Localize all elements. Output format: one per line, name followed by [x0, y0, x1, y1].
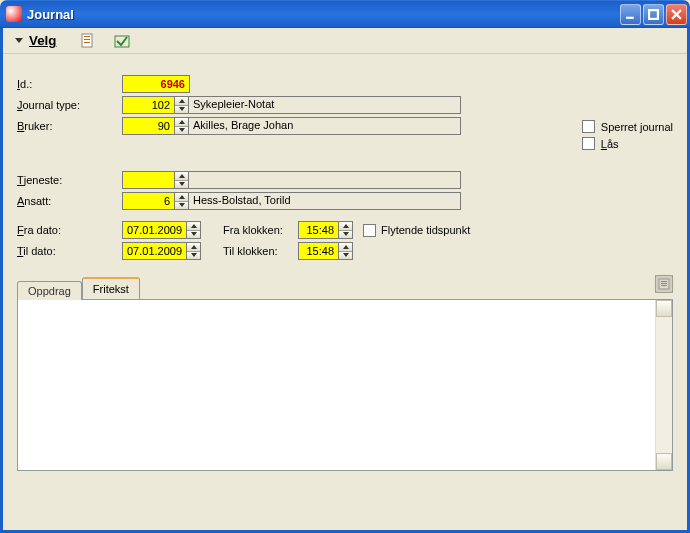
las-label: Lås	[601, 138, 619, 150]
id-field[interactable]	[122, 75, 190, 93]
journal-type-spinner[interactable]	[174, 96, 189, 114]
ansatt-spinner[interactable]	[174, 192, 189, 210]
tjeneste-text	[189, 171, 461, 189]
fra-dato-field[interactable]	[122, 221, 186, 239]
id-label: Id.:	[17, 78, 122, 90]
til-dato-field[interactable]	[122, 242, 186, 260]
chevron-down-icon	[15, 38, 23, 43]
close-button[interactable]	[666, 4, 687, 25]
scroll-down-button[interactable]	[656, 453, 672, 470]
tjeneste-code-field[interactable]	[122, 171, 174, 189]
flytende-checkbox[interactable]	[363, 224, 376, 237]
bruker-label: Bruker:	[17, 120, 122, 132]
til-klokken-label: Til klokken:	[223, 245, 298, 257]
tjeneste-label: Tjeneste:	[17, 174, 122, 186]
bruker-code-field[interactable]	[122, 117, 174, 135]
toolbar: Velg	[3, 28, 687, 54]
svg-rect-1	[82, 34, 92, 47]
window-body: Velg Sperret journal Lås Id.: Journal t	[0, 28, 690, 533]
fra-dato-label: Fra dato:	[17, 224, 122, 236]
journal-type-label: Journal type:	[17, 99, 122, 111]
tabs-area: Oppdrag Fritekst	[17, 277, 673, 471]
fra-klokken-field[interactable]	[298, 221, 338, 239]
fritekst-textarea[interactable]	[18, 300, 655, 470]
fra-klokken-label: Fra klokken:	[223, 224, 298, 236]
tab-fritekst[interactable]: Fritekst	[82, 277, 140, 299]
til-klokken-field[interactable]	[298, 242, 338, 260]
titlebar: Journal	[0, 0, 690, 28]
tjeneste-spinner[interactable]	[174, 171, 189, 189]
svg-rect-0	[649, 10, 658, 19]
til-dato-spinner[interactable]	[186, 242, 201, 260]
tab-oppdrag[interactable]: Oppdrag	[17, 281, 82, 300]
svg-rect-4	[84, 42, 90, 43]
flytende-label: Flytende tidspunkt	[381, 224, 470, 236]
form-content: Sperret journal Lås Id.: Journal type: S…	[3, 54, 687, 479]
scroll-up-button[interactable]	[656, 300, 672, 317]
maximize-button[interactable]	[643, 4, 664, 25]
bruker-spinner[interactable]	[174, 117, 189, 135]
ansatt-code-field[interactable]	[122, 192, 174, 210]
right-checkboxes: Sperret journal Lås	[582, 120, 673, 150]
textarea-scrollbar[interactable]	[655, 300, 672, 470]
fra-klokken-spinner[interactable]	[338, 221, 353, 239]
journal-type-text: Sykepleier-Notat	[189, 96, 461, 114]
svg-rect-2	[84, 36, 90, 37]
bruker-text: Akilles, Brage Johan	[189, 117, 461, 135]
sperret-journal-label: Sperret journal	[601, 121, 673, 133]
fritekst-panel	[17, 299, 673, 471]
checkmark-icon[interactable]	[114, 33, 130, 49]
app-icon	[6, 6, 22, 22]
fra-dato-spinner[interactable]	[186, 221, 201, 239]
las-checkbox[interactable]	[582, 137, 595, 150]
til-dato-label: Til dato:	[17, 245, 122, 257]
ansatt-text: Hess-Bolstad, Torild	[189, 192, 461, 210]
window-buttons	[620, 4, 687, 25]
svg-rect-3	[84, 39, 90, 40]
sperret-journal-checkbox[interactable]	[582, 120, 595, 133]
form-icon[interactable]	[80, 33, 96, 49]
til-klokken-spinner[interactable]	[338, 242, 353, 260]
velg-menu[interactable]: Velg	[9, 32, 62, 49]
velg-label: Velg	[29, 33, 56, 48]
journal-type-code-field[interactable]	[122, 96, 174, 114]
ansatt-label: Ansatt:	[17, 195, 122, 207]
window-title: Journal	[27, 7, 620, 22]
minimize-button[interactable]	[620, 4, 641, 25]
